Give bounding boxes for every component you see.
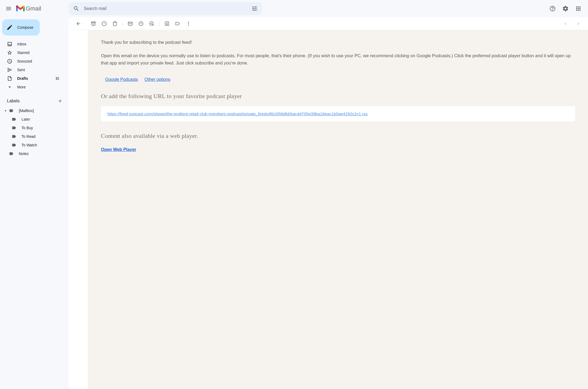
- label-text: To Buy: [21, 126, 33, 130]
- label-tag-icon: [11, 142, 17, 148]
- arrow-back-icon: [76, 21, 81, 26]
- main-menu-button[interactable]: [2, 2, 15, 15]
- labels-heading: Labels: [7, 99, 20, 103]
- clock-icon: [7, 59, 12, 64]
- pencil-icon: [6, 24, 13, 31]
- search-input[interactable]: [82, 6, 249, 11]
- nav-sent[interactable]: Sent: [0, 66, 64, 74]
- spam-icon: [101, 21, 107, 26]
- label-item[interactable]: Later: [0, 115, 64, 124]
- label-item[interactable]: To Watch: [0, 141, 64, 149]
- nav-label: Sent: [17, 68, 59, 72]
- email-heading: Or add the following URL to your favorit…: [101, 93, 575, 100]
- apps-button[interactable]: [573, 3, 584, 14]
- nav-count: 11: [56, 77, 59, 80]
- label-tag-icon: [11, 117, 17, 122]
- svg-rect-0: [92, 22, 96, 23]
- hamburger-icon: [5, 5, 12, 12]
- send-icon: [7, 67, 12, 73]
- nav-inbox[interactable]: Inbox: [0, 40, 64, 48]
- label-tag-icon: [9, 108, 14, 113]
- label-tag-icon: [11, 125, 17, 131]
- support-button[interactable]: [547, 3, 558, 14]
- report-spam-button[interactable]: [99, 18, 110, 29]
- more-vert-icon: [186, 21, 191, 26]
- other-options-link[interactable]: Other options: [144, 77, 170, 82]
- task-add-icon: [149, 21, 154, 26]
- label-text: Later: [21, 117, 30, 121]
- search-bar[interactable]: [69, 2, 262, 15]
- label-text: Notes: [19, 152, 29, 156]
- gmail-logo-icon: [16, 5, 25, 12]
- label-item[interactable]: Notes: [0, 149, 64, 158]
- email-heading: Content also available via a web player.: [101, 132, 575, 139]
- back-button[interactable]: [73, 18, 84, 29]
- email-toolbar: [69, 17, 588, 30]
- open-web-player-link[interactable]: Open Web Player: [101, 147, 136, 152]
- gear-icon: [562, 5, 569, 12]
- email-paragraph: Thank you for subscribing to the podcast…: [101, 39, 575, 46]
- label-item[interactable]: ▼ [Mailbox]: [0, 106, 64, 115]
- nav-label: More: [17, 85, 59, 89]
- email-paragraph: Open this email on the device you normal…: [101, 52, 575, 66]
- help-icon: [549, 5, 556, 12]
- nav-more[interactable]: More: [0, 83, 64, 91]
- nav-label: Starred: [17, 51, 59, 55]
- feed-url-link[interactable]: https://feed.justcast.com/shows/the-resi…: [107, 111, 368, 116]
- label-icon: [175, 21, 180, 26]
- chevron-left-icon: [563, 21, 568, 26]
- label-text: To Read: [21, 134, 35, 139]
- label-item[interactable]: To Read: [0, 132, 64, 141]
- move-icon: [164, 21, 170, 26]
- nav-snoozed[interactable]: Snoozed: [0, 57, 64, 66]
- nav-label: Inbox: [17, 42, 59, 46]
- header: Gmail: [0, 0, 588, 17]
- settings-button[interactable]: [560, 3, 571, 14]
- apps-grid-icon: [575, 5, 582, 12]
- snooze-button[interactable]: [136, 18, 146, 29]
- caret-down-icon: ▼: [4, 109, 8, 112]
- move-to-button[interactable]: [162, 18, 172, 29]
- nav-label: Snoozed: [17, 59, 59, 63]
- label-text: To Watch: [21, 143, 37, 147]
- mail-icon: [128, 21, 133, 26]
- newer-button[interactable]: [560, 18, 571, 29]
- gmail-logo[interactable]: Gmail: [16, 5, 41, 12]
- mark-unread-button[interactable]: [125, 18, 136, 29]
- nav-drafts[interactable]: Drafts 11: [0, 74, 64, 83]
- email-body: Thank you for subscribing to the podcast…: [88, 30, 588, 389]
- compose-button[interactable]: Compose: [2, 19, 40, 35]
- nav-starred[interactable]: Starred: [0, 48, 64, 57]
- svg-point-6: [188, 23, 189, 24]
- inbox-icon: [7, 41, 12, 47]
- svg-point-7: [188, 25, 189, 26]
- add-label-button[interactable]: [56, 97, 64, 105]
- chevron-down-icon: [7, 84, 12, 90]
- svg-point-5: [188, 21, 189, 22]
- main-content: Thank you for subscribing to the podcast…: [69, 17, 588, 389]
- plus-icon: [57, 98, 63, 104]
- delete-button[interactable]: [110, 18, 120, 29]
- label-tag-icon: [11, 134, 17, 139]
- google-podcasts-link[interactable]: Google Podcasts: [105, 77, 138, 82]
- compose-label: Compose: [17, 25, 33, 30]
- thread-margin: [69, 30, 88, 389]
- file-icon: [7, 76, 12, 81]
- label-item[interactable]: To Buy: [0, 124, 64, 132]
- clock-icon: [138, 21, 144, 26]
- gmail-logo-text: Gmail: [26, 5, 41, 12]
- more-button[interactable]: [183, 18, 194, 29]
- nav-label: Drafts: [17, 76, 56, 81]
- labels-button[interactable]: [172, 18, 183, 29]
- older-button[interactable]: [573, 18, 584, 29]
- archive-icon: [91, 21, 96, 26]
- archive-button[interactable]: [88, 18, 99, 29]
- label-text: [Mailbox]: [19, 109, 34, 113]
- label-tag-icon: [9, 151, 14, 156]
- tune-icon: [251, 5, 258, 12]
- add-to-tasks-button[interactable]: [146, 18, 157, 29]
- search-options-button[interactable]: [249, 3, 260, 14]
- search-button[interactable]: [71, 3, 82, 14]
- star-icon: [7, 50, 12, 55]
- search-icon: [73, 5, 79, 12]
